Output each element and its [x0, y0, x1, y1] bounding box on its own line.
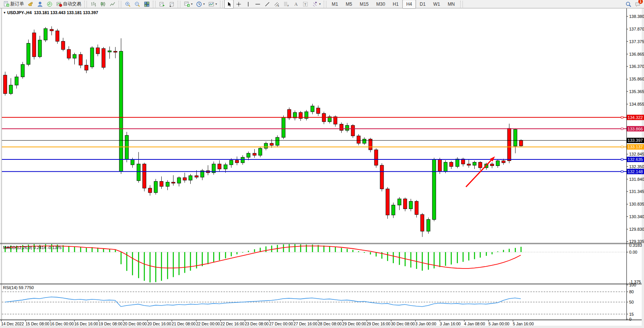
- candle[interactable]: [415, 201, 418, 215]
- candle[interactable]: [450, 162, 453, 166]
- candle[interactable]: [21, 64, 24, 77]
- candle[interactable]: [432, 159, 436, 219]
- candle[interactable]: [438, 159, 442, 171]
- candle[interactable]: [519, 140, 523, 146]
- candle[interactable]: [345, 125, 349, 130]
- autotrading-button[interactable]: 自动交易: [54, 0, 83, 9]
- candle[interactable]: [496, 161, 499, 166]
- candle[interactable]: [172, 182, 175, 183]
- line-chart-button[interactable]: [108, 0, 117, 9]
- megaphone-button[interactable]: [26, 0, 35, 9]
- candle[interactable]: [131, 159, 134, 165]
- candle[interactable]: [32, 33, 36, 57]
- candle[interactable]: [90, 48, 94, 67]
- community-button[interactable]: [35, 0, 45, 9]
- candle[interactable]: [369, 139, 372, 150]
- zoom-in-button[interactable]: [123, 0, 132, 9]
- candle[interactable]: [166, 182, 169, 187]
- candle[interactable]: [392, 205, 395, 215]
- new-order-button[interactable]: 新订单: [2, 0, 26, 9]
- candle[interactable]: [421, 214, 424, 231]
- candle[interactable]: [502, 161, 505, 163]
- chart-canvas[interactable]: 138.380137.870137.375136.865136.370135.8…: [0, 8, 644, 328]
- candle[interactable]: [473, 162, 476, 165]
- candle[interactable]: [507, 129, 511, 161]
- candle[interactable]: [50, 29, 53, 31]
- vertical-line-button[interactable]: [243, 0, 253, 9]
- candle[interactable]: [282, 117, 285, 137]
- candle[interactable]: [514, 129, 517, 146]
- candle[interactable]: [114, 51, 117, 52]
- candle[interactable]: [363, 139, 366, 143]
- candle[interactable]: [96, 48, 100, 54]
- tf-m1[interactable]: M1: [328, 0, 342, 9]
- new-chart-button[interactable]: ▾: [182, 0, 194, 9]
- candle[interactable]: [427, 220, 430, 232]
- crosshair-button[interactable]: [234, 0, 243, 9]
- candle[interactable]: [143, 164, 146, 188]
- candle[interactable]: [456, 159, 459, 167]
- candle[interactable]: [189, 176, 192, 180]
- candle[interactable]: [380, 165, 384, 189]
- candle[interactable]: [490, 164, 494, 166]
- candle[interactable]: [386, 189, 389, 215]
- horizontal-line-button[interactable]: [253, 0, 262, 9]
- template-button[interactable]: ▾: [206, 0, 218, 9]
- candle[interactable]: [270, 143, 273, 145]
- candle[interactable]: [102, 48, 105, 68]
- zoom-out-button[interactable]: [132, 0, 142, 9]
- candle[interactable]: [316, 108, 320, 113]
- text-button[interactable]: A: [291, 0, 300, 9]
- chat-button[interactable]: 1: [633, 0, 642, 9]
- tf-h4[interactable]: H4: [402, 0, 416, 9]
- candle[interactable]: [340, 124, 343, 130]
- candle[interactable]: [351, 125, 355, 136]
- tf-m30[interactable]: M30: [373, 0, 389, 9]
- equidistant-channel-button[interactable]: E: [272, 0, 281, 9]
- chart-window[interactable]: 138.380137.870137.375136.865136.370135.8…: [0, 8, 644, 328]
- candle[interactable]: [334, 117, 337, 124]
- candle[interactable]: [253, 153, 256, 155]
- tf-h1[interactable]: H1: [389, 0, 402, 9]
- candle[interactable]: [409, 201, 413, 209]
- candle[interactable]: [3, 75, 7, 93]
- candle[interactable]: [467, 164, 471, 165]
- candle[interactable]: [61, 41, 65, 50]
- candle[interactable]: [73, 55, 76, 58]
- candle[interactable]: [311, 106, 314, 112]
- candle[interactable]: [276, 137, 279, 145]
- candle[interactable]: [154, 182, 157, 193]
- search-button[interactable]: [623, 0, 633, 9]
- candle[interactable]: [85, 65, 88, 70]
- candle[interactable]: [160, 182, 163, 187]
- tf-d1[interactable]: D1: [416, 0, 429, 9]
- cursor-button[interactable]: [224, 0, 234, 9]
- text-label-button[interactable]: T: [300, 0, 310, 9]
- candlestick-button[interactable]: [98, 0, 108, 9]
- candle[interactable]: [287, 109, 291, 118]
- candle[interactable]: [79, 55, 82, 65]
- candle[interactable]: [148, 188, 152, 193]
- candle[interactable]: [177, 178, 181, 183]
- candle[interactable]: [125, 135, 128, 159]
- candle[interactable]: [235, 160, 239, 163]
- candle[interactable]: [67, 50, 71, 58]
- trendline-button[interactable]: [262, 0, 272, 9]
- signals-button[interactable]: [45, 0, 54, 9]
- chart-shift-button[interactable]: [167, 0, 176, 9]
- candle[interactable]: [108, 51, 111, 52]
- tile-windows-button[interactable]: [142, 0, 151, 9]
- period-button[interactable]: ▾: [194, 0, 206, 9]
- tf-m5[interactable]: M5: [342, 0, 356, 9]
- candle[interactable]: [44, 29, 47, 40]
- tf-w1[interactable]: W1: [429, 0, 444, 9]
- candle[interactable]: [230, 160, 233, 165]
- candle[interactable]: [374, 150, 378, 165]
- candle[interactable]: [56, 31, 59, 41]
- candle[interactable]: [119, 51, 123, 171]
- bar-chart-button[interactable]: [88, 0, 98, 9]
- candle[interactable]: [444, 162, 447, 171]
- candle[interactable]: [183, 178, 186, 180]
- auto-scroll-button[interactable]: [157, 0, 167, 9]
- candle[interactable]: [38, 40, 42, 57]
